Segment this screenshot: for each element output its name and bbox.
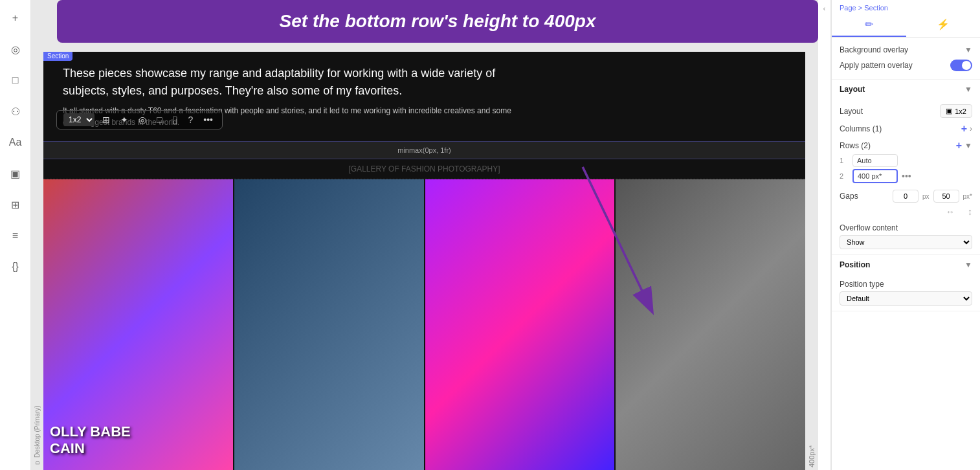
row-1-entry: 1: [840, 154, 972, 167]
rows-label: Rows (2): [840, 141, 871, 150]
section-label: Section: [43, 52, 72, 61]
magic-btn[interactable]: ✦: [118, 113, 131, 126]
panel-content: Background overlay ▼ Apply pattern overl…: [832, 38, 980, 470]
row-2-entry: 2 •••: [840, 169, 972, 183]
gaps-row-label: Gaps px px*: [840, 187, 972, 205]
people-icon[interactable]: ⚇: [5, 101, 26, 122]
layout-section: Layout ▼ Layout ▣ 1x2 Columns (1) + ›: [832, 80, 980, 255]
layout-section-title: Layout ▼: [832, 80, 980, 96]
square-btn[interactable]: □: [154, 113, 164, 126]
image-icon[interactable]: ▣: [5, 163, 26, 184]
background-overlay-dropdown[interactable]: ▼: [964, 45, 972, 54]
row-2-dots-btn[interactable]: •••: [902, 171, 911, 181]
apply-pattern-row: Apply pattern overlay: [840, 57, 972, 74]
columns-label: Columns (1): [840, 124, 882, 133]
gap-horizontal-icon: ↔: [946, 207, 955, 217]
columns-plus-btn[interactable]: +: [961, 123, 967, 135]
columns-chevron[interactable]: ›: [970, 124, 972, 133]
gallery-text-1: OLLY BABECAIN: [50, 423, 131, 457]
grid-icon[interactable]: ⊞: [5, 194, 26, 215]
more-btn[interactable]: •••: [201, 113, 216, 126]
layout-select[interactable]: 1x2: [63, 113, 95, 126]
rows-chevron[interactable]: ▼: [964, 141, 972, 150]
overflow-select[interactable]: Show Hidden: [840, 235, 972, 249]
layout-label: Layout: [840, 107, 863, 116]
tab-interact[interactable]: ⚡: [906, 13, 981, 37]
overflow-row: Overflow content: [840, 221, 972, 235]
position-type-select[interactable]: Default Absolute Fixed: [840, 291, 972, 306]
canvas-area: Set the bottom row's height to 400px D D…: [31, 0, 818, 470]
gallery-section: [GALLERY OF FASHION PHOTOGRAPHY] OLLY BA…: [43, 159, 805, 470]
columns-row: Columns (1) + ›: [840, 120, 972, 137]
layout-collapse-btn[interactable]: ▼: [964, 85, 972, 94]
left-sidebar: + ◎ □ ⚇ Aa ▣ ⊞ ≡ {}: [0, 0, 31, 470]
tab-style[interactable]: ✏: [832, 13, 906, 37]
section-top: Section 1x2 ⊞ ✦ ◎ □ ⌷ ? ••• These pieces…: [43, 52, 805, 141]
gallery-item[interactable]: [234, 179, 424, 470]
height-indicator: 400px*: [805, 52, 818, 470]
panel-tabs: ✏ ⚡: [832, 13, 980, 38]
plus-icon[interactable]: +: [5, 8, 26, 28]
background-overlay-row: Background overlay ▼: [840, 43, 972, 57]
gap-v-input[interactable]: [933, 190, 959, 203]
device-label: D Desktop (Primary): [31, 52, 43, 470]
table-icon[interactable]: ≡: [5, 225, 26, 246]
layout-value-btn[interactable]: ▣ 1x2: [940, 104, 972, 118]
gap-vertical-icon: ↕: [968, 207, 972, 217]
apply-pattern-label: Apply pattern overlay: [840, 61, 913, 70]
gallery-item[interactable]: OLLY BABECAIN: [43, 179, 233, 470]
row-1-input[interactable]: [852, 154, 898, 167]
position-type-label: Position type: [840, 280, 884, 289]
rows-plus-btn[interactable]: +: [956, 140, 962, 151]
gaps-label: Gaps: [840, 192, 858, 201]
gallery-item[interactable]: [616, 179, 805, 470]
help-btn[interactable]: ?: [185, 113, 195, 126]
layout-subsection: Layout ▣ 1x2 Columns (1) + › Rows (2): [832, 96, 980, 255]
position-collapse-btn[interactable]: ▼: [964, 260, 972, 269]
gallery-grid: OLLY BABECAIN: [43, 179, 805, 470]
instruction-text: Set the bottom row's height to 400px: [72, 11, 803, 32]
code-icon[interactable]: {}: [5, 256, 26, 277]
position-type: Position type: [840, 277, 972, 291]
position-section-title: Position ▼: [832, 255, 980, 272]
shape-btn[interactable]: ⌷: [170, 113, 180, 126]
position-type-row: Position type Default Absolute Fixed: [832, 272, 980, 311]
pages-icon[interactable]: □: [5, 70, 26, 91]
right-panel: Page > Section ✏ ⚡ Background overlay ▼ …: [831, 0, 980, 470]
gaps-inputs: px px*: [893, 190, 972, 203]
breadcrumb: Page > Section: [832, 0, 980, 13]
grid-toolbar-btn[interactable]: ⊞: [100, 113, 113, 126]
grid-label: minmax(0px, 1fr): [397, 146, 451, 154]
gallery-item[interactable]: [425, 179, 615, 470]
position-section: Position ▼ Position type Default Absolut…: [832, 255, 980, 311]
apply-pattern-toggle[interactable]: [950, 60, 972, 71]
layout-row: Layout ▣ 1x2: [840, 102, 972, 120]
text-icon[interactable]: Aa: [5, 132, 26, 153]
circle-btn[interactable]: ◎: [136, 113, 149, 126]
background-overlay-label: Background overlay: [840, 45, 908, 54]
overflow-label: Overflow content: [840, 223, 898, 232]
layers-icon[interactable]: ◎: [5, 39, 26, 60]
top-text: These pieces showcase my range and adapt…: [63, 65, 516, 100]
background-overlay-section: Background overlay ▼ Apply pattern overl…: [832, 38, 980, 80]
rows-row: Rows (2) + ▼: [840, 137, 972, 154]
rows-control: 1 2 •••: [840, 154, 972, 183]
page-canvas: Section 1x2 ⊞ ✦ ◎ □ ⌷ ? ••• These pieces…: [43, 52, 805, 470]
gallery-label: [GALLERY OF FASHION PHOTOGRAPHY]: [43, 159, 805, 179]
instruction-banner: Set the bottom row's height to 400px: [57, 0, 818, 43]
panel-expand-btn[interactable]: ‹: [818, 0, 831, 470]
gap-h-input[interactable]: [893, 190, 919, 203]
grid-divider: minmax(0px, 1fr): [43, 141, 805, 159]
row-2-input[interactable]: [852, 169, 898, 183]
toolbar-row: 1x2 ⊞ ✦ ◎ □ ⌷ ? •••: [56, 110, 223, 129]
